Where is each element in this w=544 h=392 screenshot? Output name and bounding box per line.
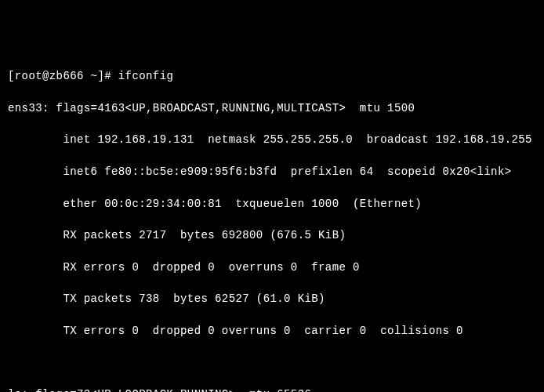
iface-ens33-header: ens33: flags=4163<UP,BROADCAST,RUNNING,M… (8, 100, 536, 116)
iface-ens33-ether: ether 00:0c:29:34:00:81 txqueuelen 1000 … (8, 196, 536, 212)
iface-lo-header: lo: flags=73<UP,LOOPBACK,RUNNING> mtu 65… (8, 387, 536, 392)
iface-ens33-inet: inet 192.168.19.131 netmask 255.255.255.… (8, 132, 536, 147)
iface-ens33-rx-packets: RX packets 2717 bytes 692800 (676.5 KiB) (8, 227, 536, 243)
iface-ens33-inet6: inet6 fe80::bc5e:e909:95f6:b3fd prefixle… (8, 164, 536, 180)
iface-ens33-rx-errors: RX errors 0 dropped 0 overruns 0 frame 0 (8, 260, 536, 275)
shell-prompt[interactable]: [root@zb666 ~]# ifconfig (8, 68, 536, 84)
blank-line (8, 355, 536, 371)
iface-ens33-tx-packets: TX packets 738 bytes 62527 (61.0 KiB) (8, 291, 536, 307)
iface-ens33-tx-errors: TX errors 0 dropped 0 overruns 0 carrier… (8, 323, 536, 339)
